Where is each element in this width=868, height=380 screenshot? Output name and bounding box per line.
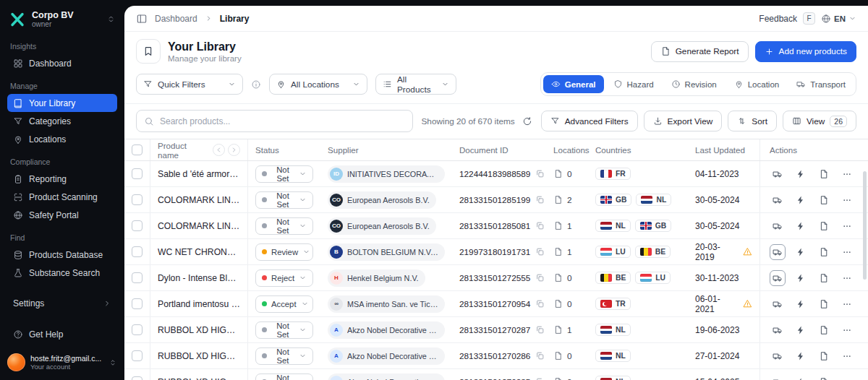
document-action-button[interactable]	[816, 322, 832, 338]
copy-icon[interactable]	[535, 351, 545, 360]
transport-action-button[interactable]	[770, 244, 786, 260]
sidebar-item-locations[interactable]: Locations	[7, 130, 117, 148]
quick-action-button[interactable]	[793, 166, 809, 182]
sidebar-item-settings[interactable]: Settings	[7, 294, 117, 312]
sort-button[interactable]: Sort	[728, 111, 777, 131]
more-actions-button[interactable]	[839, 374, 855, 380]
quick-filters-dropdown[interactable]: Quick Filters	[136, 74, 243, 95]
product-name-cell[interactable]: Dylon - Intense Black Dy...	[150, 265, 248, 290]
document-action-button[interactable]	[816, 270, 832, 286]
row-checkbox[interactable]	[132, 376, 142, 380]
more-actions-button[interactable]	[839, 296, 855, 312]
quick-action-button[interactable]	[793, 270, 809, 286]
product-name-cell[interactable]: Sable d 'été armorique	[150, 161, 248, 186]
column-prev-button[interactable]	[213, 144, 225, 156]
quick-action-button[interactable]	[793, 192, 809, 208]
row-checkbox[interactable]	[132, 220, 142, 231]
status-dropdown[interactable]: Not Set	[255, 321, 313, 339]
transport-action-button[interactable]	[770, 374, 786, 380]
sidebar-item-products-database[interactable]: Products Database	[7, 246, 117, 264]
supplier-chip[interactable]: AAkzo Nobel Decorative Coatings ...	[328, 347, 445, 365]
supplier-chip[interactable]: HHenkel Belgium N.V.	[328, 269, 425, 287]
quick-action-button[interactable]	[793, 296, 809, 312]
document-action-button[interactable]	[816, 374, 832, 380]
tab-location[interactable]: Location	[726, 75, 787, 93]
transport-action-button[interactable]	[770, 218, 786, 234]
transport-action-button[interactable]	[770, 166, 786, 182]
more-actions-button[interactable]	[839, 166, 855, 182]
sidebar-toggle-icon[interactable]	[136, 13, 148, 25]
more-actions-button[interactable]	[839, 270, 855, 286]
quick-action-button[interactable]	[793, 348, 809, 364]
view-columns-button[interactable]: View 26	[783, 111, 856, 131]
account-menu[interactable]: hoste.fritz@gmail.c... Your account	[7, 353, 117, 371]
transport-action-button[interactable]	[770, 322, 786, 338]
products-filter-dropdown[interactable]: All Products	[375, 74, 456, 95]
row-checkbox[interactable]	[132, 194, 142, 205]
sidebar-item-product-scanning[interactable]: Product Scanning	[7, 188, 117, 206]
more-actions-button[interactable]	[839, 322, 855, 338]
row-checkbox[interactable]	[132, 324, 142, 335]
supplier-chip[interactable]: ∞MSA imento San. ve Tic.A...	[328, 295, 445, 313]
quick-action-button[interactable]	[793, 218, 809, 234]
transport-action-button[interactable]	[770, 296, 786, 312]
copy-icon[interactable]	[535, 221, 545, 230]
document-action-button[interactable]	[816, 296, 832, 312]
more-actions-button[interactable]	[839, 244, 855, 260]
export-view-button[interactable]: Export View	[644, 111, 723, 131]
copy-icon[interactable]	[535, 195, 545, 204]
tab-hazard[interactable]: Hazard	[605, 75, 662, 93]
locations-filter-dropdown[interactable]: All Locations	[269, 74, 367, 95]
status-dropdown[interactable]: Not Set	[255, 373, 313, 380]
row-checkbox[interactable]	[132, 272, 142, 283]
copy-icon[interactable]	[535, 299, 545, 308]
document-action-button[interactable]	[816, 192, 832, 208]
status-dropdown[interactable]: Not Set	[255, 191, 313, 209]
status-dropdown[interactable]: Not Set	[255, 217, 313, 235]
sidebar-item-your-library[interactable]: Your Library	[7, 94, 117, 112]
vertical-scrollbar[interactable]	[863, 171, 867, 280]
transport-action-button[interactable]	[770, 270, 786, 286]
generate-report-button[interactable]: Generate Report	[651, 41, 749, 62]
quick-action-button[interactable]	[793, 322, 809, 338]
sidebar-item-safety-portal[interactable]: Safety Portal	[7, 206, 117, 224]
breadcrumb-dashboard[interactable]: Dashboard	[155, 14, 197, 24]
status-dropdown[interactable]: Not Set	[255, 347, 313, 365]
transport-action-button[interactable]	[770, 192, 786, 208]
language-selector[interactable]: EN	[821, 14, 856, 24]
refresh-icon[interactable]	[522, 116, 532, 126]
product-name-cell[interactable]: COLORMARK LINEMARK...	[150, 213, 248, 238]
more-actions-button[interactable]	[839, 348, 855, 364]
add-new-products-button[interactable]: Add new products	[755, 41, 856, 62]
sidebar-item-get-help[interactable]: Get Help	[7, 325, 117, 343]
supplier-chip[interactable]: AAkzo Nobel Decorative Coatings ...	[328, 373, 445, 380]
supplier-chip[interactable]: AAkzo Nobel Decorative Coatings ...	[328, 321, 445, 339]
copy-icon[interactable]	[535, 325, 545, 334]
sidebar-item-reporting[interactable]: Reporting	[7, 170, 117, 188]
status-dropdown[interactable]: Review	[255, 243, 313, 261]
tab-revision[interactable]: Revision	[663, 75, 725, 93]
info-icon[interactable]	[251, 79, 261, 90]
sidebar-item-substance-search[interactable]: Substance Search	[7, 264, 117, 282]
copy-icon[interactable]	[535, 247, 545, 256]
copy-icon[interactable]	[535, 273, 545, 282]
copy-icon[interactable]	[535, 377, 545, 380]
product-name-cell[interactable]: RUBBOL XD HIGH GLOS...	[150, 343, 248, 368]
row-checkbox[interactable]	[132, 246, 142, 257]
product-name-cell[interactable]: Portland imentosu / TS E...	[150, 291, 248, 316]
workspace-switcher[interactable]: Corpo BV owner	[7, 7, 117, 33]
row-checkbox[interactable]	[132, 350, 142, 361]
tab-transport[interactable]: Transport	[788, 75, 854, 93]
sidebar-item-dashboard[interactable]: Dashboard	[7, 54, 117, 72]
status-dropdown[interactable]: Reject	[255, 269, 313, 287]
document-action-button[interactable]	[816, 244, 832, 260]
select-all-checkbox[interactable]	[132, 144, 142, 155]
document-action-button[interactable]	[816, 166, 832, 182]
transport-action-button[interactable]	[770, 348, 786, 364]
feedback-button[interactable]: Feedback	[759, 14, 797, 24]
more-actions-button[interactable]	[839, 192, 855, 208]
column-next-button[interactable]	[228, 144, 240, 156]
supplier-chip[interactable]: BBOLTON BELGIUM N.V./S.A.	[328, 243, 445, 261]
product-name-cell[interactable]: WC NET CHRONO - DÉB...	[150, 239, 248, 264]
supplier-chip[interactable]: IDINITIATIVES DECORATION.	[328, 165, 445, 183]
